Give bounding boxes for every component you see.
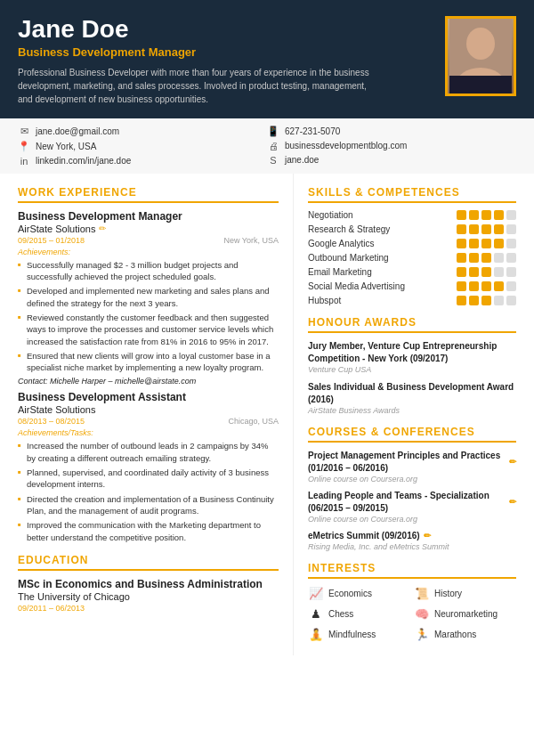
interest-item: 🏃Marathons xyxy=(414,627,516,643)
email-icon: ✉ xyxy=(18,126,30,137)
skill-name: Research & Strategy xyxy=(308,224,457,234)
interest-icon: 🏃 xyxy=(414,627,430,643)
interests-title: INTERESTS xyxy=(308,562,516,579)
location-icon: 📍 xyxy=(18,141,30,152)
edu-school: The University of Chicago xyxy=(18,591,279,602)
skype-icon: S xyxy=(267,155,279,166)
bullet-item: Ensured that new clients will grow into … xyxy=(18,350,279,374)
skill-name: Negotiation xyxy=(308,210,457,220)
honours-title: HONOUR AWARDS xyxy=(308,316,516,333)
interest-item: ♟Chess xyxy=(308,606,410,622)
phone-item: 📱 627-231-5070 xyxy=(267,126,516,137)
interest-name: Economics xyxy=(328,589,372,598)
course-org: Online course on Coursera.org xyxy=(308,515,516,524)
skill-dots xyxy=(457,281,516,291)
skill-row: Research & Strategy xyxy=(308,224,516,234)
edit-icon: ✏ xyxy=(424,530,431,542)
skill-dot xyxy=(494,210,504,220)
job-2-bullets: Increased the number of outbound leads i… xyxy=(18,440,279,542)
website-icon: 🖨 xyxy=(267,141,279,151)
award-item: Sales Individual & Business Development … xyxy=(308,381,516,415)
skill-dot xyxy=(506,210,516,220)
skill-dot xyxy=(457,267,466,277)
skill-dots xyxy=(457,239,516,248)
bullet-item: Planned, supervised, and coordinated dai… xyxy=(18,467,279,491)
candidate-name: Jane Doe xyxy=(18,16,434,44)
skill-dot xyxy=(481,267,491,277)
bullet-item: Reviewed constantly the customer feedbac… xyxy=(18,312,279,347)
interest-name: History xyxy=(434,589,462,598)
job-2-location: Chicago, USA xyxy=(228,417,279,426)
phone-icon: 📱 xyxy=(267,126,279,137)
skill-dot xyxy=(481,224,491,234)
job-1-company: AirState Solutions ✏ xyxy=(18,224,279,234)
skill-row: Email Marketing xyxy=(308,267,516,277)
job-1-meta: 09/2015 – 01/2018 New York, USA xyxy=(18,236,279,245)
bullet-item: Improved the communication with the Mark… xyxy=(18,519,279,543)
skill-name: Social Media Advertising xyxy=(308,281,457,291)
candidate-bio: Professional Business Developer with mor… xyxy=(18,66,374,106)
job-1: Business Development Manager AirState So… xyxy=(18,210,279,386)
candidate-title: Business Development Manager xyxy=(18,45,434,59)
job-1-bullets: Successfully managed $2 - 3 million budg… xyxy=(18,259,279,374)
course-item: Leading People and Teams - Specializatio… xyxy=(308,490,516,524)
job-1-contact-note: Contact: Michelle Harper – michelle@airs… xyxy=(18,377,279,386)
edu-degree: MSc in Economics and Business Administra… xyxy=(18,578,279,592)
course-item: Project Management Principles and Practi… xyxy=(308,450,516,484)
skill-dot xyxy=(469,224,479,234)
interest-item: 📜History xyxy=(414,586,516,602)
skill-dot xyxy=(494,267,504,277)
left-column: WORK EXPERIENCE Business Development Man… xyxy=(0,174,294,655)
courses-list: Project Management Principles and Practi… xyxy=(308,450,516,551)
email-item: ✉ jane.doe@gmail.com xyxy=(18,126,267,137)
skill-dot xyxy=(457,239,466,248)
skill-dot xyxy=(494,239,504,248)
skill-dot xyxy=(481,253,491,263)
skill-dot xyxy=(481,210,491,220)
skill-dot xyxy=(481,239,491,248)
skill-dot xyxy=(457,210,466,220)
candidate-photo xyxy=(445,16,516,96)
linkedin-icon: in xyxy=(18,156,30,167)
right-column: SKILLS & COMPETENCES NegotiationResearch… xyxy=(294,174,534,655)
course-item: eMetrics Summit (09/2016)✏Rising Media, … xyxy=(308,530,516,551)
skill-dots xyxy=(457,296,516,305)
job-2-achievements-label: Achievements/Tasks: xyxy=(18,428,279,437)
interest-item: 🧠Neuromarketing xyxy=(414,606,516,622)
skill-dot xyxy=(506,281,516,291)
job-2-dates: 08/2013 – 08/2015 xyxy=(18,417,85,426)
course-title: eMetrics Summit (09/2016)✏ xyxy=(308,530,516,542)
skill-dot xyxy=(457,296,466,305)
job-2-company: AirState Solutions xyxy=(18,404,279,415)
skill-dot xyxy=(457,224,466,234)
job-2: Business Development Assistant AirState … xyxy=(18,391,279,542)
linkedin-item: in linkedin.com/in/jane.doe xyxy=(18,156,267,167)
website-value: businessdevelopmentblog.com xyxy=(285,141,407,150)
education-title: EDUCATION xyxy=(18,554,279,571)
bullet-item: Successfully managed $2 - 3 million budg… xyxy=(18,259,279,283)
svg-point-1 xyxy=(466,28,495,60)
skill-dots xyxy=(457,210,516,220)
skills-title: SKILLS & COMPETENCES xyxy=(308,186,516,203)
skill-dot xyxy=(469,281,479,291)
interest-name: Mindfulness xyxy=(328,630,376,639)
location-value: New York, USA xyxy=(36,142,96,151)
skill-name: Outbound Marketing xyxy=(308,253,457,263)
skill-dot xyxy=(506,224,516,234)
edit-icon-1: ✏ xyxy=(99,224,106,233)
course-title: Leading People and Teams - Specializatio… xyxy=(308,490,516,515)
job-1-achievements-label: Achievements: xyxy=(18,248,279,256)
award-item: Jury Member, Venture Cup Entrepreneurshi… xyxy=(308,340,516,374)
interest-icon: 📈 xyxy=(308,586,324,602)
interest-icon: ♟ xyxy=(308,606,324,622)
course-org: Rising Media, Inc. and eMetrics Summit xyxy=(308,542,516,551)
photo-placeholder xyxy=(448,19,514,93)
education-item: MSc in Economics and Business Administra… xyxy=(18,578,279,614)
bullet-item: Directed the creation and implementation… xyxy=(18,493,279,517)
interest-name: Chess xyxy=(328,609,353,619)
award-org: AirState Business Awards xyxy=(308,406,516,415)
skill-row: Hubspot xyxy=(308,296,516,305)
skill-dot xyxy=(469,239,479,248)
website-item: 🖨 businessdevelopmentblog.com xyxy=(267,141,516,151)
award-org: Venture Cup USA xyxy=(308,365,516,374)
